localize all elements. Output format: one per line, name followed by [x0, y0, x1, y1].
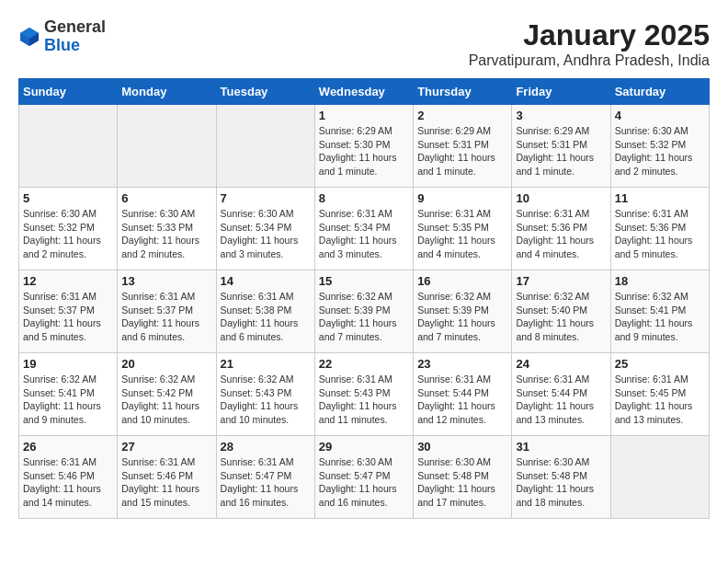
day-number: 21: [221, 357, 311, 371]
day-info: Sunrise: 6:31 AMSunset: 5:44 PMDaylight:…: [516, 373, 606, 427]
weekday-header: Saturday: [610, 79, 709, 105]
calendar-cell: 30Sunrise: 6:30 AMSunset: 5:48 PMDayligh…: [414, 436, 512, 519]
day-info: Sunrise: 6:31 AMSunset: 5:44 PMDaylight:…: [417, 373, 507, 427]
day-number: 13: [121, 274, 211, 288]
day-info: Sunrise: 6:29 AMSunset: 5:30 PMDaylight:…: [319, 124, 409, 178]
calendar-cell: 18Sunrise: 6:32 AMSunset: 5:41 PMDayligh…: [610, 270, 709, 353]
calendar-cell: [216, 105, 314, 188]
weekday-header: Sunday: [19, 79, 118, 105]
weekday-header: Tuesday: [216, 79, 314, 105]
page-header: General Blue January 2025 Parvatipuram, …: [18, 18, 710, 69]
day-info: Sunrise: 6:30 AMSunset: 5:34 PMDaylight:…: [221, 207, 311, 261]
day-info: Sunrise: 6:31 AMSunset: 5:38 PMDaylight:…: [221, 290, 311, 344]
day-number: 15: [319, 274, 409, 288]
day-info: Sunrise: 6:30 AMSunset: 5:48 PMDaylight:…: [417, 455, 507, 510]
day-info: Sunrise: 6:32 AMSunset: 5:39 PMDaylight:…: [319, 290, 409, 344]
calendar-table: SundayMondayTuesdayWednesdayThursdayFrid…: [18, 78, 710, 519]
day-number: 20: [121, 357, 211, 371]
logo-general: General: [44, 18, 106, 37]
calendar-week-row: 12Sunrise: 6:31 AMSunset: 5:37 PMDayligh…: [19, 270, 710, 353]
day-number: 14: [221, 274, 311, 288]
title-block: January 2025 Parvatipuram, Andhra Prades…: [469, 18, 710, 69]
weekday-header: Friday: [512, 79, 610, 105]
day-number: 30: [417, 440, 507, 454]
calendar-cell: 26Sunrise: 6:31 AMSunset: 5:46 PMDayligh…: [19, 436, 118, 519]
calendar-cell: 3Sunrise: 6:29 AMSunset: 5:31 PMDaylight…: [512, 105, 610, 188]
day-info: Sunrise: 6:32 AMSunset: 5:39 PMDaylight:…: [417, 290, 507, 344]
day-number: 2: [417, 109, 507, 122]
day-info: Sunrise: 6:31 AMSunset: 5:46 PMDaylight:…: [121, 455, 211, 510]
day-info: Sunrise: 6:29 AMSunset: 5:31 PMDaylight:…: [417, 124, 507, 178]
day-info: Sunrise: 6:31 AMSunset: 5:37 PMDaylight:…: [121, 290, 211, 344]
calendar-header: SundayMondayTuesdayWednesdayThursdayFrid…: [19, 79, 710, 105]
day-number: 27: [121, 440, 211, 454]
calendar-cell: 25Sunrise: 6:31 AMSunset: 5:45 PMDayligh…: [610, 353, 709, 436]
logo-text: General Blue: [44, 18, 106, 55]
day-number: 7: [221, 191, 311, 205]
calendar-cell: 15Sunrise: 6:32 AMSunset: 5:39 PMDayligh…: [314, 270, 413, 353]
day-number: 6: [121, 191, 211, 205]
calendar-cell: 21Sunrise: 6:32 AMSunset: 5:43 PMDayligh…: [216, 353, 314, 436]
day-number: 5: [23, 191, 113, 205]
day-number: 23: [417, 357, 507, 371]
calendar-cell: 16Sunrise: 6:32 AMSunset: 5:39 PMDayligh…: [414, 270, 512, 353]
day-number: 10: [516, 191, 606, 205]
day-number: 31: [516, 440, 606, 454]
day-number: 8: [319, 191, 409, 205]
day-info: Sunrise: 6:30 AMSunset: 5:48 PMDaylight:…: [516, 455, 606, 510]
weekday-header: Thursday: [414, 79, 512, 105]
day-number: 9: [417, 191, 507, 205]
calendar-cell: 6Sunrise: 6:30 AMSunset: 5:33 PMDaylight…: [118, 188, 216, 270]
calendar-cell: 19Sunrise: 6:32 AMSunset: 5:41 PMDayligh…: [19, 353, 118, 436]
day-number: 3: [516, 109, 606, 122]
day-number: 19: [23, 357, 113, 371]
calendar-cell: 10Sunrise: 6:31 AMSunset: 5:36 PMDayligh…: [512, 188, 610, 270]
weekday-header: Monday: [118, 79, 216, 105]
day-info: Sunrise: 6:32 AMSunset: 5:41 PMDaylight:…: [615, 290, 705, 344]
day-number: 25: [615, 357, 705, 371]
calendar-cell: 7Sunrise: 6:30 AMSunset: 5:34 PMDaylight…: [216, 188, 314, 270]
calendar-cell: 29Sunrise: 6:30 AMSunset: 5:47 PMDayligh…: [314, 436, 413, 519]
day-info: Sunrise: 6:32 AMSunset: 5:41 PMDaylight:…: [23, 373, 113, 427]
calendar-cell: 20Sunrise: 6:32 AMSunset: 5:42 PMDayligh…: [118, 353, 216, 436]
day-number: 26: [23, 440, 113, 454]
day-info: Sunrise: 6:29 AMSunset: 5:31 PMDaylight:…: [516, 124, 606, 178]
day-info: Sunrise: 6:31 AMSunset: 5:47 PMDaylight:…: [221, 455, 311, 510]
calendar-week-row: 1Sunrise: 6:29 AMSunset: 5:30 PMDaylight…: [19, 105, 710, 188]
calendar-cell: [19, 105, 118, 188]
calendar-cell: 11Sunrise: 6:31 AMSunset: 5:36 PMDayligh…: [610, 188, 709, 270]
calendar-cell: 14Sunrise: 6:31 AMSunset: 5:38 PMDayligh…: [216, 270, 314, 353]
day-info: Sunrise: 6:32 AMSunset: 5:43 PMDaylight:…: [221, 373, 311, 427]
day-number: 29: [319, 440, 409, 454]
logo: General Blue: [18, 18, 106, 55]
day-number: 11: [615, 191, 705, 205]
calendar-cell: 28Sunrise: 6:31 AMSunset: 5:47 PMDayligh…: [216, 436, 314, 519]
day-number: 1: [319, 109, 409, 122]
calendar-cell: 22Sunrise: 6:31 AMSunset: 5:43 PMDayligh…: [314, 353, 413, 436]
header-row: SundayMondayTuesdayWednesdayThursdayFrid…: [19, 79, 710, 105]
logo-icon: [18, 26, 40, 48]
day-number: 24: [516, 357, 606, 371]
day-info: Sunrise: 6:32 AMSunset: 5:42 PMDaylight:…: [121, 373, 211, 427]
calendar-title: January 2025: [469, 18, 710, 52]
calendar-cell: 9Sunrise: 6:31 AMSunset: 5:35 PMDaylight…: [414, 188, 512, 270]
day-number: 28: [221, 440, 311, 454]
calendar-cell: 8Sunrise: 6:31 AMSunset: 5:34 PMDaylight…: [314, 188, 413, 270]
calendar-cell: 24Sunrise: 6:31 AMSunset: 5:44 PMDayligh…: [512, 353, 610, 436]
calendar-body: 1Sunrise: 6:29 AMSunset: 5:30 PMDaylight…: [19, 105, 710, 519]
calendar-week-row: 26Sunrise: 6:31 AMSunset: 5:46 PMDayligh…: [19, 436, 710, 519]
day-info: Sunrise: 6:30 AMSunset: 5:32 PMDaylight:…: [23, 207, 113, 261]
day-number: 18: [615, 274, 705, 288]
day-info: Sunrise: 6:31 AMSunset: 5:34 PMDaylight:…: [319, 207, 409, 261]
calendar-subtitle: Parvatipuram, Andhra Pradesh, India: [469, 52, 710, 69]
calendar-cell: 4Sunrise: 6:30 AMSunset: 5:32 PMDaylight…: [610, 105, 709, 188]
day-info: Sunrise: 6:31 AMSunset: 5:37 PMDaylight:…: [23, 290, 113, 344]
calendar-week-row: 5Sunrise: 6:30 AMSunset: 5:32 PMDaylight…: [19, 188, 710, 270]
calendar-cell: 27Sunrise: 6:31 AMSunset: 5:46 PMDayligh…: [118, 436, 216, 519]
calendar-cell: 31Sunrise: 6:30 AMSunset: 5:48 PMDayligh…: [512, 436, 610, 519]
calendar-cell: 17Sunrise: 6:32 AMSunset: 5:40 PMDayligh…: [512, 270, 610, 353]
day-info: Sunrise: 6:31 AMSunset: 5:36 PMDaylight:…: [615, 207, 705, 261]
day-info: Sunrise: 6:32 AMSunset: 5:40 PMDaylight:…: [516, 290, 606, 344]
day-info: Sunrise: 6:30 AMSunset: 5:47 PMDaylight:…: [319, 455, 409, 510]
logo-blue: Blue: [44, 37, 106, 55]
